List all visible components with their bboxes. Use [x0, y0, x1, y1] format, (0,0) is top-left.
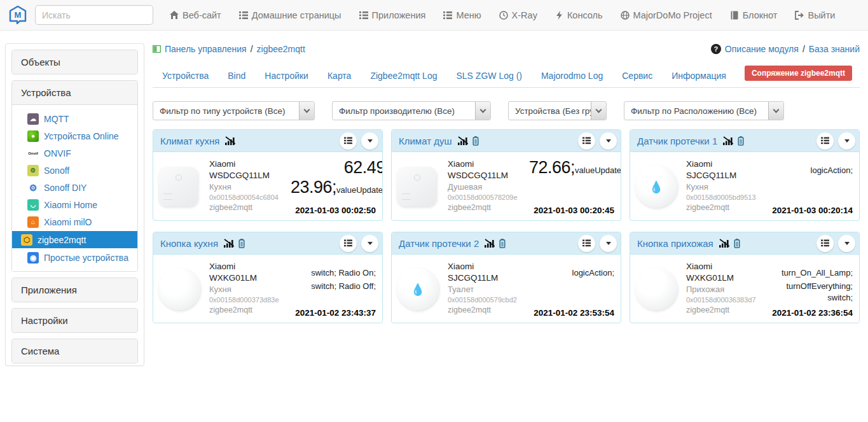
chevron-down-icon: [591, 102, 606, 120]
majordomo-logo-icon[interactable]: [9, 6, 27, 24]
sidebar-item-simple-devices[interactable]: ◉Простые устройства: [12, 249, 137, 266]
device-card-klimat-kuhnya: Климат кухня Xiaomi WSDCGQ11LM Кухня 0x0…: [153, 129, 383, 221]
filter-device-type-select[interactable]: Фильтр по типу устройств (Все): [153, 101, 315, 120]
device-location: Прихожая: [686, 284, 768, 295]
sidebar-heading-objects[interactable]: Объекты: [12, 50, 137, 74]
sidebar-item-onvif[interactable]: OnvifONVIF: [12, 144, 137, 162]
device-properties-button[interactable]: [578, 132, 595, 150]
battery-icon: [734, 239, 740, 248]
nav-xray[interactable]: X-Ray: [490, 10, 546, 20]
properties-list-icon: [344, 239, 352, 247]
device-menu-button[interactable]: [600, 132, 617, 150]
sidebar-item-xiaomi-home[interactable]: ◡Xiaomi Home: [12, 196, 137, 213]
pairing-button[interactable]: Сопряжение zigbee2mqtt: [745, 66, 852, 81]
sidebar-panel-devices: Устройства ☁MQTT ●Устройства Online Onvi…: [11, 80, 138, 272]
nav-home-pages[interactable]: Домашние страницы: [230, 10, 350, 20]
notebook-icon: [730, 11, 739, 20]
device-last-update: 2021-01-02 23:53:54: [534, 308, 614, 318]
no-signal-icon: [485, 239, 495, 248]
tab-service[interactable]: Сервис: [612, 64, 662, 87]
filter-group-select[interactable]: Устройства (Без груп: [508, 101, 607, 120]
nav-notebook[interactable]: Блокнот: [721, 10, 787, 20]
tab-bind[interactable]: Bind: [218, 64, 255, 87]
device-photo: [635, 260, 686, 318]
device-card-title[interactable]: Кнопка прихожая: [637, 238, 713, 249]
knowledge-base-link[interactable]: База знаний: [809, 44, 860, 54]
sidebar-item-devices-online[interactable]: ●Устройства Online: [12, 127, 137, 144]
device-properties-button[interactable]: [578, 235, 595, 252]
caret-down-icon: [606, 139, 611, 143]
device-value: 72.66;: [529, 158, 575, 177]
tab-map[interactable]: Карта: [318, 64, 361, 87]
nav-majordomo-project[interactable]: MajorDoMo Project: [612, 10, 721, 20]
tab-devices[interactable]: Устройства: [153, 64, 218, 87]
device-methods: logicAction;: [811, 165, 853, 175]
device-card-title[interactable]: Кнопка кухня: [160, 238, 218, 249]
device-card-title[interactable]: Датчик протечки 2: [399, 238, 479, 249]
device-id: 0x00158d0005bd9513: [686, 193, 768, 202]
caret-down-icon: [368, 139, 373, 143]
device-last-update: 2021-01-03 00:20:14: [772, 206, 853, 215]
properties-list-icon: [821, 137, 829, 144]
device-card-title[interactable]: Климат кухня: [160, 136, 219, 146]
help-links: ? Описание модуля / База знаний: [711, 44, 860, 54]
tab-zigbee2mqtt-log[interactable]: Zigbee2mqtt Log: [361, 64, 446, 87]
sidebar-item-sonoff[interactable]: ⚙Sonoff: [12, 162, 137, 179]
device-module: zigbee2mqtt: [209, 202, 291, 213]
breadcrumb-control-panel[interactable]: Панель управления: [165, 44, 247, 54]
device-menu-button[interactable]: [600, 235, 617, 252]
device-card-klimat-dush: Климат душ Xiaomi WSDCGQ11LM Душевая 0x0…: [391, 129, 621, 221]
nav-website[interactable]: Веб-сайт: [161, 10, 230, 20]
tab-majordomo-log[interactable]: Majorodmo Log: [532, 64, 612, 87]
top-navbar: Веб-сайт Домашние страницы Приложения Ме…: [0, 0, 868, 31]
device-id: 0x00158d000579cbd2: [448, 295, 529, 305]
sidebar-item-zigbee2mqtt[interactable]: ⬡zigbee2mqtt: [12, 231, 137, 248]
device-properties-button[interactable]: [340, 235, 357, 252]
nav-applications[interactable]: Приложения: [350, 10, 435, 20]
sidebar-heading-devices[interactable]: Устройства: [12, 81, 137, 104]
device-vendor: Xiaomi: [448, 158, 529, 170]
nav-logout[interactable]: Выйти: [786, 10, 844, 20]
simple-devices-icon: ◉: [27, 252, 39, 264]
device-menu-button[interactable]: [838, 132, 855, 150]
list-icon: [239, 11, 248, 20]
search-input[interactable]: [35, 5, 153, 25]
device-model: WSDCGQ11LM: [448, 170, 529, 181]
chevron-down-icon: [768, 102, 783, 120]
properties-list-icon: [582, 137, 591, 144]
device-card-title[interactable]: Климат душ: [399, 136, 452, 146]
device-card-title[interactable]: Датчик протечки 1: [637, 136, 717, 146]
device-menu-button[interactable]: [361, 235, 378, 252]
device-module: zigbee2mqtt: [686, 202, 768, 213]
device-id: 0x00158d00036383d7: [686, 295, 768, 305]
sidebar-heading-system[interactable]: Система: [12, 339, 137, 363]
sidebar-item-xiaomi-milo[interactable]: ⌂Xiaomi milO: [12, 213, 137, 230]
zigbee-icon: ⬡: [21, 234, 32, 246]
sidebar-heading-apps[interactable]: Приложения: [12, 278, 137, 302]
device-menu-button[interactable]: [838, 235, 855, 252]
tab-sls-zgw-log[interactable]: SLS ZGW Log (): [446, 64, 531, 87]
device-properties-button[interactable]: [340, 132, 357, 150]
filter-location-select[interactable]: Фильтр по Расположению (Все): [624, 101, 784, 120]
filters-row: Фильтр по типу устройств (Все) Фильтр пр…: [153, 101, 860, 120]
tab-information[interactable]: Информация: [662, 64, 736, 87]
device-properties-button[interactable]: [816, 235, 834, 252]
sidebar-item-mqtt[interactable]: ☁MQTT: [12, 110, 137, 127]
tab-settings[interactable]: Настройки: [255, 64, 318, 87]
sidebar-heading-settings[interactable]: Настройки: [12, 309, 137, 332]
device-properties-button[interactable]: [816, 132, 834, 150]
device-menu-button[interactable]: [361, 132, 378, 150]
nav-menu[interactable]: Меню: [434, 10, 490, 20]
sonoff-diy-icon: ⚙: [27, 182, 39, 193]
breadcrumb-current-module[interactable]: zigbee2mqtt: [257, 44, 305, 54]
module-description-link[interactable]: Описание модуля: [725, 44, 799, 54]
globe-icon: [621, 11, 630, 20]
nav-console[interactable]: Консоль: [546, 10, 612, 20]
sidebar-item-sonoff-diy[interactable]: ⚙Sonoff DIY: [12, 179, 137, 196]
filter-vendor-select[interactable]: Фильтр производителю (Все): [332, 101, 491, 120]
device-methods: valueUpdated;: [575, 165, 621, 175]
clock-icon: [499, 11, 508, 20]
device-last-update: 2021-01-02 23:43:37: [295, 308, 376, 318]
top-nav-menu: Веб-сайт Домашние страницы Приложения Ме…: [161, 10, 844, 20]
device-module: zigbee2mqtt: [686, 305, 768, 316]
